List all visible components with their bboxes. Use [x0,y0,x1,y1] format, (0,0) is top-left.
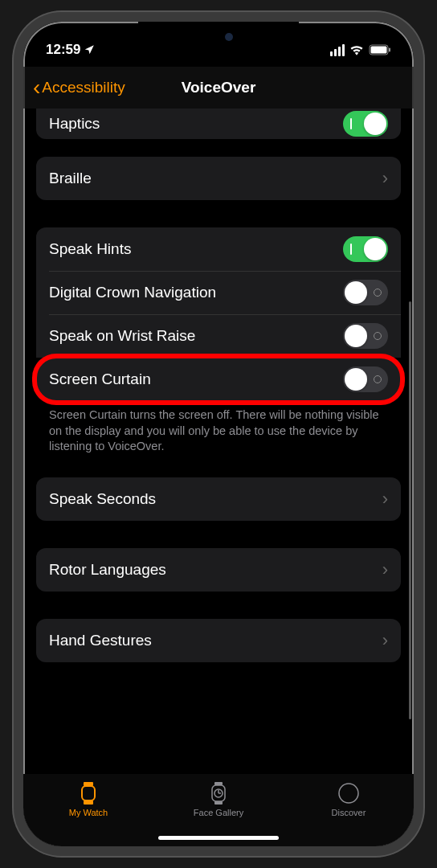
row-label: Digital Crown Navigation [49,284,216,301]
cellular-signal-icon [330,44,345,56]
row-rotor-languages[interactable]: Rotor Languages › [36,548,401,592]
row-label: Hand Gestures [49,632,152,649]
toggle-digital-crown[interactable] [343,280,388,305]
row-label: Rotor Languages [49,561,166,579]
row-label: Speak on Wrist Raise [49,327,195,345]
tab-label: Discover [332,808,366,817]
front-camera [225,33,233,41]
tab-face-gallery[interactable]: Face Gallery [178,782,259,817]
row-speak-on-wrist-raise[interactable]: Speak on Wrist Raise [36,314,401,358]
navigation-bar: ‹ Accessibility VoiceOver [23,67,414,108]
row-label: Haptics [49,115,100,133]
row-label: Speak Seconds [49,490,156,508]
tab-label: My Watch [69,808,108,817]
watch-face-icon [207,782,230,805]
compass-icon [337,782,360,805]
back-label: Accessibility [42,79,125,96]
chevron-right-icon: › [382,559,388,580]
tab-label: Face Gallery [194,808,243,817]
chevron-right-icon: › [382,630,388,651]
svg-rect-5 [82,786,95,800]
location-icon [84,44,95,55]
svg-point-12 [339,784,358,803]
row-digital-crown-navigation[interactable]: Digital Crown Navigation [36,271,401,314]
battery-icon [369,44,391,55]
side-button-power [414,207,417,283]
toggle-screen-curtain[interactable] [343,366,388,392]
wifi-icon [349,44,364,55]
content-scroll[interactable]: Haptics Braille › Speak Hints Digital Cr… [23,108,414,774]
footer-screen-curtain: Screen Curtain turns the screen off. The… [36,401,401,455]
tab-discover[interactable]: Discover [308,782,389,817]
watch-icon [77,782,100,805]
row-hand-gestures[interactable]: Hand Gestures › [36,619,401,662]
row-screen-curtain[interactable]: Screen Curtain [36,358,401,401]
row-label: Screen Curtain [49,371,151,388]
notch [138,22,299,46]
row-speak-hints[interactable]: Speak Hints [36,227,401,271]
row-label: Braille [49,170,92,187]
page-title: VoiceOver [182,79,256,96]
svg-rect-2 [389,48,390,52]
svg-marker-13 [345,790,352,796]
status-time: 12:59 [46,42,80,58]
row-haptics[interactable]: Haptics [36,108,401,139]
toggle-speak-hints[interactable] [343,236,388,262]
home-indicator[interactable] [158,836,279,840]
scroll-indicator[interactable] [409,301,411,719]
chevron-right-icon: › [382,489,388,510]
row-braille[interactable]: Braille › [36,157,401,200]
phone-frame: 12:59 ‹ Accessibility VoiceOver [14,12,423,856]
toggle-wrist-raise[interactable] [343,323,388,349]
back-button[interactable]: ‹ Accessibility [33,75,125,100]
tab-my-watch[interactable]: My Watch [48,782,129,817]
toggle-haptics[interactable] [343,111,388,137]
svg-rect-1 [371,47,387,54]
row-speak-seconds[interactable]: Speak Seconds › [36,477,401,521]
chevron-left-icon: ‹ [33,75,40,100]
chevron-right-icon: › [382,168,388,189]
row-label: Speak Hints [49,240,131,258]
